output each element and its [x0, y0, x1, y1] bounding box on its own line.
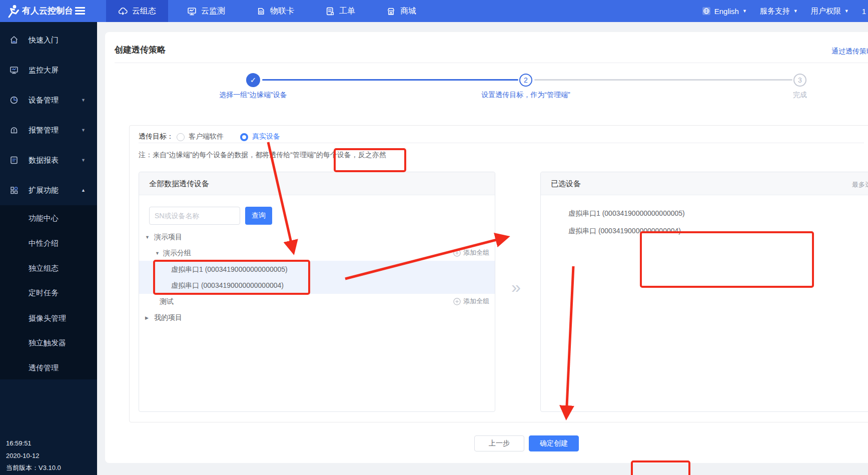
tab-label: 工单 — [339, 6, 355, 17]
tree-device-item[interactable]: 虚拟串口 (00034190000000000004) — [171, 281, 284, 290]
sidebar: 快速入门 监控大屏 设备管理 ▼ 报警管理 ▼ 数据报表 ▼ 扩展功能 ▲ 功能… — [0, 22, 97, 475]
screen-icon — [9, 65, 19, 75]
tab-mall[interactable]: 商城 — [374, 0, 428, 22]
sidebar-item-device-management[interactable]: 设备管理 ▼ — [0, 93, 97, 107]
tab-iot-card[interactable]: 物联卡 — [244, 0, 306, 22]
alarm-icon — [9, 125, 19, 135]
tree-node-group[interactable]: ▼ 演示分组 添加全组 — [139, 245, 495, 261]
add-group-label: 添加全组 — [463, 248, 489, 257]
sidebar-item-extended-functions[interactable]: 扩展功能 ▲ — [0, 183, 97, 197]
target-label: 透传目标： — [139, 132, 174, 141]
language-switcher[interactable]: English ▼ — [702, 7, 747, 16]
sidebar-item-monitor-screen[interactable]: 监控大屏 — [0, 63, 97, 77]
caret-right-icon[interactable]: ▶ — [145, 315, 149, 320]
sidebar-item-quick-start[interactable]: 快速入门 — [0, 33, 97, 47]
tab-label: 商城 — [400, 6, 416, 17]
tab-cloud-scada[interactable]: 云组态 — [106, 0, 168, 22]
service-support-label: 服务支持 — [760, 7, 790, 16]
sidebar-item-alarm-management[interactable]: 报警管理 ▼ — [0, 123, 97, 137]
add-group-button[interactable]: 添加全组 — [453, 248, 489, 257]
tree-node-label[interactable]: 测试 — [160, 297, 174, 306]
store-icon — [386, 7, 396, 16]
main-content-card: 创建透传策略 通过透传策略 ✓ 2 3 选择一组“边缘端”设备 设置透传目标，作… — [105, 32, 868, 463]
sidebar-item-label: 快速入门 — [29, 36, 59, 45]
caret-down-icon: ▼ — [81, 128, 86, 133]
service-support-menu[interactable]: 服务支持 ▼ — [760, 7, 798, 16]
language-label: English — [714, 7, 739, 16]
step-number: 3 — [798, 76, 802, 84]
grid-icon — [9, 185, 19, 195]
radio-real-device-label[interactable]: 真实设备 — [252, 132, 280, 141]
confirm-create-button[interactable]: 确定创建 — [529, 435, 579, 451]
page-title: 创建透传策略 — [115, 44, 166, 56]
sidebar-subitem-standalone-trigger[interactable]: 独立触发器 — [0, 336, 97, 350]
selected-devices-panel: 已选设备 最多选 虚拟串口1 (00034190000000000005) 虚拟… — [540, 172, 868, 412]
panel-title: 已选设备 — [551, 172, 581, 195]
radio-client-software[interactable] — [177, 133, 185, 141]
tab-work-order[interactable]: 工单 — [313, 0, 367, 22]
sidebar-subitem-scheduled-tasks[interactable]: 定时任务 — [0, 286, 97, 300]
home-icon — [9, 35, 19, 45]
step-connector-pending — [534, 79, 792, 81]
user-permission-menu[interactable]: 用户权限 ▼ — [811, 7, 849, 16]
current-date: 2020-10-12 — [6, 452, 40, 459]
user-permission-label: 用户权限 — [811, 7, 841, 16]
tab-cloud-monitor[interactable]: 云监测 — [175, 0, 237, 22]
plus-circle-icon — [453, 249, 461, 257]
top-nav-tabs: 云组态 云监测 物联卡 工单 商城 — [106, 0, 428, 22]
report-icon — [9, 155, 19, 165]
sidebar-subitem-neutral-intro[interactable]: 中性介绍 — [0, 236, 97, 250]
sidebar-submenu: 功能中心 中性介绍 独立组态 定时任务 摄像头管理 独立触发器 透传管理 — [0, 205, 97, 379]
subitem-label: 独立触发器 — [29, 338, 66, 347]
menu-toggle-icon[interactable] — [75, 7, 85, 15]
tab-label: 云监测 — [201, 6, 225, 17]
caret-down-icon[interactable]: ▼ — [145, 235, 150, 240]
sim-card-icon — [256, 7, 266, 16]
caret-down-icon: ▼ — [81, 98, 86, 103]
radio-real-device[interactable] — [240, 133, 248, 141]
caret-up-icon: ▲ — [81, 188, 86, 193]
sidebar-item-label: 数据报表 — [29, 156, 59, 165]
subitem-label: 独立组态 — [29, 264, 59, 272]
tree-node-label[interactable]: 演示分组 — [163, 249, 191, 258]
panel-title: 全部数据透传设备 — [149, 172, 209, 195]
step-2-label: 设置透传目标，作为“管理端” — [451, 91, 601, 100]
caret-down-icon: ▼ — [844, 9, 849, 14]
step-1-circle: ✓ — [246, 73, 260, 87]
sidebar-subitem-passthrough-management[interactable]: 透传管理 — [0, 361, 97, 375]
subitem-label: 定时任务 — [29, 288, 59, 297]
search-button[interactable]: 查询 — [245, 207, 272, 225]
previous-step-button[interactable]: 上一步 — [474, 435, 524, 451]
form-divider — [139, 143, 864, 143]
caret-down-icon[interactable]: ▼ — [155, 251, 160, 256]
selected-device-item[interactable]: 虚拟串口 (00034190000000000004) — [568, 227, 681, 236]
sidebar-subitem-camera-management[interactable]: 摄像头管理 — [0, 311, 97, 325]
page: 有人云控制台 云组态 云监测 物联卡 工单 商城 — [0, 0, 868, 475]
pie-chart-icon — [9, 95, 19, 105]
current-time: 16:59:51 — [6, 439, 32, 447]
version-label: 当前版本：V3.10.0 — [6, 463, 61, 472]
sidebar-item-label: 设备管理 — [29, 96, 59, 105]
device-search-input[interactable] — [149, 207, 240, 225]
step-number: 2 — [524, 76, 528, 84]
work-order-icon — [325, 7, 335, 16]
tree-node-test-group[interactable]: 测试 添加全组 — [139, 294, 495, 310]
tree-device-item[interactable]: 虚拟串口1 (00034190000000000005) — [171, 265, 288, 274]
step-3-label: 完成 — [750, 91, 850, 100]
tree-node-label[interactable]: 演示项目 — [154, 233, 182, 242]
tree-node-my-project[interactable]: ▶ 我的项目 — [139, 310, 495, 326]
add-group-label: 添加全组 — [463, 297, 489, 306]
sidebar-subitem-function-center[interactable]: 功能中心 — [0, 211, 97, 225]
passthrough-policy-link[interactable]: 通过透传策略 — [831, 47, 868, 56]
caret-down-icon: ▼ — [81, 158, 86, 163]
selected-device-item[interactable]: 虚拟串口1 (00034190000000000005) — [568, 209, 685, 218]
topbar-right: English ▼ 服务支持 ▼ 用户权限 ▼ 1 — [702, 0, 866, 22]
note-text: 注：来自“边缘端”的每个设备的数据，都将透传给“管理端”的每个设备，反之亦然 — [139, 151, 386, 160]
sidebar-item-data-report[interactable]: 数据报表 ▼ — [0, 153, 97, 167]
add-group-button[interactable]: 添加全组 — [453, 297, 489, 306]
tree-node-project[interactable]: ▼ 演示项目 — [139, 229, 495, 245]
sidebar-subitem-standalone-scada[interactable]: 独立组态 — [0, 261, 97, 275]
radio-client-software-label[interactable]: 客户端软件 — [189, 132, 224, 141]
tree-node-label[interactable]: 我的项目 — [154, 313, 182, 322]
check-icon: ✓ — [250, 76, 257, 85]
